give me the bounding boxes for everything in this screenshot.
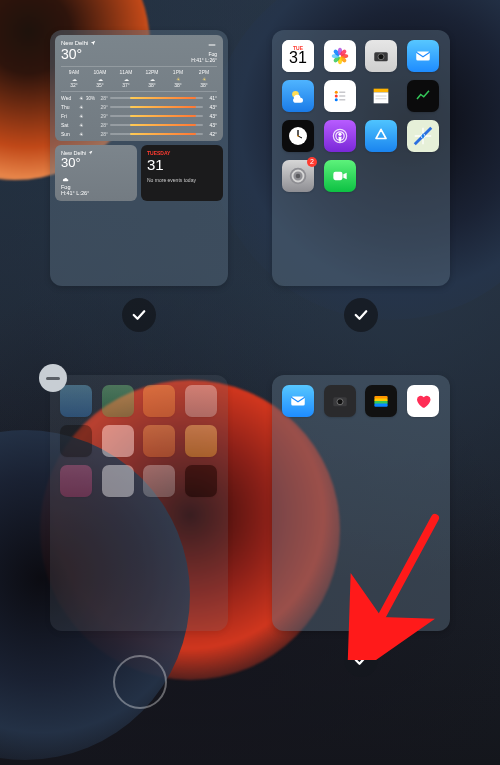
app-icon[interactable]	[185, 425, 217, 457]
page-visibility-toggle-4[interactable]	[344, 643, 378, 677]
app-icon[interactable]	[143, 465, 175, 497]
camera-app-icon[interactable]	[324, 385, 356, 417]
photos-app-icon[interactable]	[324, 40, 356, 72]
app-icon[interactable]	[102, 465, 134, 497]
stocks-app-icon[interactable]	[407, 80, 439, 112]
calendar-app-icon[interactable]: TUE31	[282, 40, 314, 72]
notification-badge: 2	[307, 157, 317, 167]
settings-app-icon[interactable]: 2	[282, 160, 314, 192]
svg-rect-19	[374, 92, 389, 103]
remove-page-button[interactable]	[39, 364, 67, 392]
facetime-app-icon[interactable]	[324, 160, 356, 192]
camera-app-icon[interactable]	[365, 40, 397, 72]
app-icon[interactable]	[102, 385, 134, 417]
calendar-widget-small[interactable]: Tuesday 31 No more events today	[141, 145, 223, 201]
mail-app-icon[interactable]	[282, 385, 314, 417]
appstore-app-icon[interactable]	[365, 120, 397, 152]
podcasts-app-icon[interactable]	[324, 120, 356, 152]
maps-app-icon[interactable]	[407, 120, 439, 152]
app-icon[interactable]	[60, 385, 92, 417]
app-icon[interactable]	[185, 385, 217, 417]
health-app-icon[interactable]	[407, 385, 439, 417]
location-icon	[90, 40, 96, 46]
home-indicator-circle	[113, 655, 167, 709]
weather-daily: Wed☀30%28°41°Thu☀29°43°Fri☀29°43°Sat☀28°…	[61, 91, 217, 139]
clock-app-icon[interactable]	[282, 120, 314, 152]
notes-app-icon[interactable]	[365, 80, 397, 112]
weather-hourly: 9AM☁32°10AM☁35°11AM☁37°12PM☁38°1PM☀38°2P…	[61, 66, 217, 89]
check-icon	[130, 306, 148, 324]
page-visibility-toggle-2[interactable]	[344, 298, 378, 332]
page-visibility-toggle-1[interactable]	[122, 298, 156, 332]
home-page-2[interactable]: TUE312	[272, 30, 450, 286]
home-page-1[interactable]: New Delhi 30° Fog H:41° L:26° 9AM☁32°10A…	[50, 30, 228, 286]
svg-rect-18	[374, 89, 389, 93]
svg-point-9	[378, 54, 384, 60]
fog-icon	[207, 40, 217, 50]
check-icon	[352, 306, 370, 324]
svg-point-25	[297, 135, 299, 137]
location-icon	[88, 150, 93, 155]
app-icon[interactable]	[102, 425, 134, 457]
app-icon[interactable]	[60, 425, 92, 457]
reminders-app-icon[interactable]	[324, 80, 356, 112]
home-page-3[interactable]	[50, 375, 228, 631]
app-icon[interactable]	[143, 425, 175, 457]
svg-rect-33	[333, 172, 342, 180]
wallet-app-icon[interactable]	[365, 385, 397, 417]
svg-point-14	[334, 98, 337, 101]
mail-app-icon[interactable]	[407, 40, 439, 72]
svg-point-12	[334, 91, 337, 94]
app-icon[interactable]	[143, 385, 175, 417]
weather-app-icon[interactable]	[282, 80, 314, 112]
app-icon[interactable]	[185, 465, 217, 497]
weather-widget-large[interactable]: New Delhi 30° Fog H:41° L:26° 9AM☁32°10A…	[55, 35, 223, 141]
cloud-icon	[61, 175, 69, 183]
svg-rect-40	[374, 404, 387, 407]
svg-rect-10	[416, 52, 430, 61]
svg-point-28	[338, 133, 341, 136]
svg-point-36	[337, 399, 343, 405]
weather-widget-small[interactable]: New Delhi 30° Fog H:41° L:26°	[55, 145, 137, 201]
check-icon	[352, 651, 370, 669]
home-page-4[interactable]	[272, 375, 450, 631]
minus-icon	[46, 377, 60, 380]
app-icon[interactable]	[60, 465, 92, 497]
svg-point-13	[334, 95, 337, 98]
svg-point-32	[296, 174, 301, 179]
svg-rect-34	[291, 397, 305, 406]
weather-temp: 30°	[61, 47, 96, 61]
